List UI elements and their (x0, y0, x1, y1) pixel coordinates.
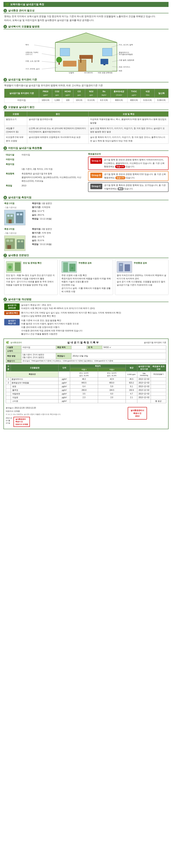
svg-text:건축자재, TV/PC: 건축자재, TV/PC (26, 52, 38, 54)
svg-text:벽지: 벽지 (26, 44, 29, 46)
facility-info-table: 시설명 어린이집 측정 목적 면 적 54152 ㎡ 소재지 측정 방법 1층 … (6, 345, 166, 363)
pollution-sources-svg: 벽지 건축자재, TV/PC 사무기기 카펫, 소파, 침구류 가구, 바닥재,… (25, 31, 148, 75)
section-7-title: 7 실내환경 전문방안 (3, 254, 169, 258)
facility-name: 어린이집 (4, 98, 39, 103)
measure-point-1-desc: - 1층 기준이빈 (4, 206, 16, 209)
improve-item-2-text: 주변 오염에 사용 사항 확인 측정지점의 하의이에이에 제품을 이용한 미국을… (62, 274, 111, 293)
svg-rect-49 (18, 240, 20, 242)
conditions-row: 측정조건 온도: 14.5℃습도: 31.6% 온도: 14.5℃습도: 31.… (6, 371, 166, 377)
section-5: 5 어린이집 실내공기질 측정현황 대상시설 어린이집 어린이집 (3, 146, 169, 193)
col-co2: CO2ppm (52, 89, 62, 98)
svg-rect-62 (125, 264, 130, 271)
svg-text:가구, 바닥재, 실내: 가구, 바닥재, 실내 (26, 68, 39, 70)
group-b-text: 공기질 항목 중 전반과 관련된 항목에 CO2 있습니다. 폼 기관 신뢰행동… (104, 173, 166, 179)
cause-row-2: 세입출구(인테리어 등) 신건축 (세 년이내) 또는 세 년이내에 재인테리어… (4, 126, 169, 134)
svg-rect-6 (79, 55, 93, 59)
svg-text:카드, 포스터, 달력: 카드, 포스터, 달력 (119, 44, 133, 46)
group-a-badge: 있습니다 (115, 165, 125, 168)
section-6: 6 실내공기질 측정지점 측정 1지점 - 1층 기준이빈 (3, 196, 169, 251)
col-rn: RnBq/m³ (98, 89, 110, 98)
col-asbestos: 석면개/cc (141, 89, 154, 98)
group-c-label: Group C (90, 184, 102, 189)
measure-point-2-photo (4, 236, 26, 251)
result-row-benzene: 벤젠 μg/m³ 6.4 5.9 6.1 2013~12~02 (6, 384, 166, 388)
improve-item-3-title: 주변환경 검토 (134, 261, 147, 273)
svg-marker-1 (55, 33, 117, 42)
section-7: 7 실내환경 전문방안 (3, 254, 169, 295)
final-org-name: 실내환경관리 (10, 341, 22, 344)
group-a-label: Group A (90, 158, 102, 163)
measure-point-2-header: 측정 2지점 - 3층 기준이빈 (4, 227, 29, 251)
sig-date: 분석일시: 2013-12-20 / 2013-12-20 (6, 407, 128, 409)
page-header: 🌿 보육아동시설 실내공기질 측정 (3, 2, 169, 7)
agency-stamp: 실내환경관리측정사 인대표이사 오재웅 (13, 417, 30, 427)
svg-rect-50 (21, 240, 23, 242)
svg-rect-61 (119, 263, 123, 271)
section-2: 2 실내복사의 오염물질 발생원 (3, 25, 169, 75)
svg-line-21 (42, 67, 57, 69)
cause-table: 오염원 원인 오염 및 특징 발암요소기 실내공기질 법규위반사항 마감재로 적… (4, 111, 169, 144)
sig-left: 분석일시: 2013-12-20 / 2013-12-20 대표이사 오재웅 이… (6, 405, 128, 427)
sig-right: 실내환경관리사측정사 인2013 (128, 405, 166, 420)
final-record-section: 🌿 실내환경관리 실 내 공 기 질 측 정 기 록 부 실내공기질 유지관리 … (3, 339, 169, 429)
col-hcho: HCHOμg/m³ (62, 89, 73, 98)
svg-text:석면 포함 건축재료: 석면 포함 건축재료 (98, 72, 112, 74)
cause-row-3: 비오염추구에 대부분의 오염방 실내오염에 대부분의 오염측정과 자녀여부/지속… (4, 135, 169, 144)
measure-point-1-floor: 측정 1지점 (4, 202, 14, 205)
svg-point-11 (56, 57, 62, 63)
results-header: 구분 오염물질명 단위 측정치 평균 실내공기기질 유지기준 측정결과 초과여부 (6, 364, 166, 368)
group-b-label: Group B (90, 173, 102, 178)
section-4-content: 오염원 원인 오염 및 특징 발암요소기 실내공기질 법규위반사항 마감재로 적… (3, 111, 169, 144)
group-c-box: Group C 공기질 항목 중 특허과 관련된 항목에 있는, 요구있습니다,… (88, 182, 169, 192)
section-5-content: 대상시설 어린이집 어린이집 측정지점 1 (3, 152, 169, 193)
improve-method-2-badge: 실내환경 확인 (4, 311, 20, 315)
group-c-badge: 확인 (117, 187, 124, 190)
svg-rect-54 (15, 262, 21, 271)
svg-rect-9 (101, 59, 108, 64)
group-a-text: 공기질 항목 중 전반과 관련된 항목이 항목이 지하라이버이인이, 이산화탄소… (104, 158, 166, 168)
section-5-num: 5 (3, 146, 7, 150)
svg-rect-3 (60, 48, 70, 56)
page-title: 보육아동시설 실내공기질 측정 (10, 3, 44, 6)
improve-item-2-title: 주변환경 검토 (78, 261, 92, 273)
final-logo-icon: 🌿 (6, 341, 9, 344)
svg-rect-43 (9, 219, 12, 223)
svg-text:트리클로로에틸렌: 트리클로로에틸렌 (119, 54, 133, 55)
improve-method-1-text: 실내공기 측정상 23 ~ 25도 유지 미세먼지 사항 확인에 수집도 %로 … (21, 303, 95, 310)
svg-rect-47 (6, 239, 9, 242)
improve-item-1: 진단 및 문제점 확인 진단 및가 - 제품 3m 등도 도실의 전산 공기기공… (4, 259, 58, 295)
section-4-title: 4 오염발생 실내공기 원인 (3, 105, 169, 110)
svg-rect-39 (7, 215, 10, 217)
group-a-box: Group A 공기질 항목 중 전반과 관련된 항목이 항목이 지하라이버이인… (88, 157, 169, 170)
cause-col-reason: 원인 (27, 111, 89, 117)
results-table: 구분 오염물질명 단위 측정치 평균 실내공기기질 유지기준 측정결과 초과여부… (6, 364, 166, 403)
svg-text:카펫, 소파, 침구류: 카펫, 소파, 침구류 (26, 60, 39, 62)
final-record-header: 🌿 실내환경관리 실 내 공 기 질 측 정 기 록 부 실내공기질 유지관리 … (6, 341, 166, 344)
col-co: COppm (73, 89, 85, 98)
standards-row: 어린이집 100이하 1,000 100 10이하 0.1이하 4.0 이하 8… (4, 98, 169, 103)
svg-rect-51 (7, 245, 11, 249)
section-2-illustration: 벽지 건축자재, TV/PC 사무기기 카펫, 소파, 침구류 가구, 바닥재,… (3, 31, 169, 75)
section-6-title: 6 실내공기질 측정지점 (3, 196, 169, 200)
group-c-text: 공기질 항목 중 특허과 관련된 항목에 있는, 요구있습니다, 폼 기관 이탈… (104, 184, 166, 190)
final-record-wrapper: 🌿 실내환경관리 실 내 공 기 질 측 정 기 록 부 실내공기질 유지관리 … (3, 339, 169, 429)
section-8-num: 8 (3, 298, 7, 301)
sig-note: 이 보 고 서는 의뢰주는 실시한 사항의 제출한 사항이므로 확인바랍니다. (6, 413, 128, 416)
svg-rect-41 (17, 213, 19, 215)
svg-text:세균, 바이러스: 세균, 바이러스 (119, 66, 130, 68)
section-2-title: 2 실내복사의 오염물질 발생원 (3, 25, 169, 29)
col-bacteria: 총부유세균CFU/m³ (110, 89, 127, 98)
section-1-num: 1 (3, 9, 7, 12)
improve-item-3: 주변환경 검토 절대 지속인으로의 관련하는 기타에서의 벽방에서 설비가기계 … (115, 259, 169, 295)
section-7-items: 진단 및 문제점 확인 진단 및가 - 제품 3m 등도 도실의 전산 공기기공… (4, 259, 169, 295)
section-7-num: 7 (3, 254, 7, 257)
section-8: 8 실내공기질 개선방법 실내공기5종류토론 실내공기 측정상 23 ~ 25도… (3, 298, 169, 336)
final-table-title: 실 내 공 기 질 측 정 기 록 부 (67, 341, 99, 344)
improve-method-1-badge: 실내공기5종류토론 (4, 303, 20, 310)
svg-line-19 (42, 61, 57, 63)
cause-col-source: 오염원 (4, 111, 27, 117)
section-5-right: 측정결과요약 Group A 공기질 항목 중 전반과 관련된 항목이 항목이 … (88, 152, 169, 193)
improve-item-1-title: 진단 및 문제점 확인 (23, 261, 42, 273)
section-5-layout: 대상시설 어린이집 어린이집 측정지점 1 (4, 152, 169, 193)
section-3-num: 3 (3, 78, 7, 82)
